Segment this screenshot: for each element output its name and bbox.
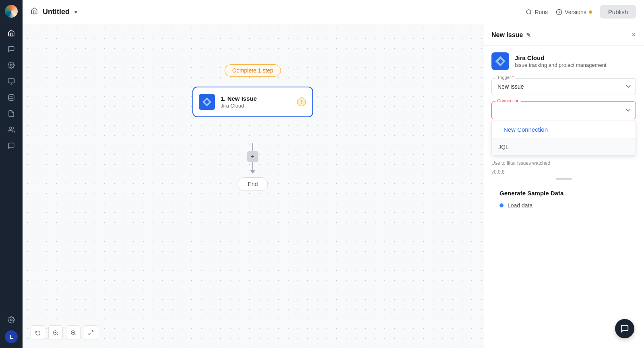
sidebar-icon-comment[interactable] (4, 139, 19, 153)
versions-dot (589, 10, 592, 14)
connector-line-bottom (252, 162, 253, 170)
connector-arrow (250, 170, 255, 174)
flow-connector: + (247, 143, 258, 174)
svg-line-11 (57, 334, 58, 335)
svg-point-6 (10, 319, 12, 321)
generate-title: Generate Sample Data (500, 190, 628, 197)
canvas-area: Complete 1 step 1. New Issue Jira Cloud (23, 24, 483, 348)
node-title: 1. New Issue (221, 95, 291, 102)
trigger-field: Trigger New Issue (491, 78, 636, 95)
service-icon (491, 52, 509, 70)
jql-section: Use to filter issues watched v0.0.8 (491, 160, 636, 175)
publish-button[interactable]: Publish (600, 5, 636, 19)
header-actions: Runs Versions Publish (526, 5, 636, 19)
panel-body: Jira Cloud Issue tracking and project ma… (483, 46, 644, 348)
zoom-in-button[interactable] (66, 325, 80, 340)
svg-line-17 (91, 331, 93, 332)
panel-header: New Issue ✎ × (483, 24, 644, 46)
sidebar-icon-gear[interactable] (4, 313, 19, 327)
panel-edit-icon[interactable]: ✎ (526, 32, 531, 38)
zoom-out-button[interactable] (48, 325, 63, 340)
main-area: Untitled ▾ Runs Versions Publish Complet… (23, 0, 644, 348)
chat-button[interactable] (615, 319, 634, 338)
node-info: 1. New Issue Jira Cloud (221, 95, 291, 109)
service-name: Jira Cloud (515, 54, 607, 61)
end-node[interactable]: End (238, 177, 268, 191)
connection-dropdown: + New Connection JQL (491, 120, 636, 155)
node-warning-icon: ! (297, 97, 306, 106)
load-data-row: Load data (500, 202, 628, 209)
sidebar-icon-chat[interactable] (4, 42, 19, 56)
versions-button[interactable]: Versions (556, 9, 592, 15)
runs-label: Runs (535, 9, 548, 15)
trigger-select[interactable]: New Issue (491, 78, 636, 95)
trigger-label: Trigger (495, 75, 516, 80)
header-dropdown-chevron[interactable]: ▾ (74, 9, 77, 15)
svg-point-0 (10, 64, 12, 66)
svg-line-14 (74, 334, 76, 335)
jira-icon (199, 94, 215, 110)
sidebar-icon-database[interactable] (4, 90, 19, 105)
header: Untitled ▾ Runs Versions Publish (23, 0, 644, 24)
reset-zoom-button[interactable] (31, 325, 45, 340)
sidebar-icon-people[interactable] (4, 122, 19, 137)
sidebar-icon-settings[interactable] (4, 58, 19, 72)
add-step-button[interactable]: + (247, 151, 258, 162)
panel-divider (556, 178, 572, 180)
sidebar-icon-document[interactable] (4, 106, 19, 121)
node-subtitle: Jira Cloud (221, 103, 291, 109)
service-info: Jira Cloud Issue tracking and project ma… (515, 54, 607, 68)
svg-rect-1 (8, 79, 14, 83)
load-data-dot (500, 203, 504, 207)
runs-button[interactable]: Runs (526, 9, 548, 15)
svg-point-4 (8, 95, 14, 97)
connector-line-top (252, 143, 253, 151)
header-title: Untitled (43, 8, 70, 16)
sidebar-icon-layers[interactable] (4, 74, 19, 89)
svg-point-5 (9, 127, 12, 129)
header-home-icon[interactable] (31, 7, 38, 17)
sidebar: L (0, 0, 23, 348)
connection-field: Connection (491, 102, 636, 119)
app-logo[interactable] (5, 5, 18, 18)
service-card: Jira Cloud Issue tracking and project ma… (491, 52, 636, 70)
svg-line-8 (530, 13, 532, 14)
version-info: v0.0.8 (491, 169, 636, 175)
step-badge: Complete 1 step (225, 64, 281, 77)
svg-point-7 (526, 10, 531, 14)
panel-close-button[interactable]: × (632, 31, 636, 39)
service-description: Issue tracking and project management (515, 62, 607, 68)
user-avatar[interactable]: L (5, 330, 18, 343)
new-connection-option[interactable]: + New Connection (492, 120, 636, 139)
connection-input[interactable] (491, 102, 636, 119)
connection-label: Connection (495, 98, 521, 103)
versions-label: Versions (565, 9, 586, 15)
generate-section: Generate Sample Data Load data (491, 183, 636, 215)
jql-help-text: Use to filter issues watched (491, 160, 636, 166)
canvas-controls (31, 325, 98, 340)
jql-option[interactable]: JQL (492, 139, 636, 155)
panel-title: New Issue ✎ (491, 31, 531, 39)
sidebar-icon-home[interactable] (4, 26, 19, 40)
fit-view-button[interactable] (84, 325, 98, 340)
flow-node-new-issue[interactable]: 1. New Issue Jira Cloud ! (192, 87, 313, 117)
load-data-button[interactable]: Load data (508, 202, 533, 209)
svg-line-18 (89, 333, 91, 335)
right-panel: New Issue ✎ × Jira Cloud I (483, 24, 644, 348)
